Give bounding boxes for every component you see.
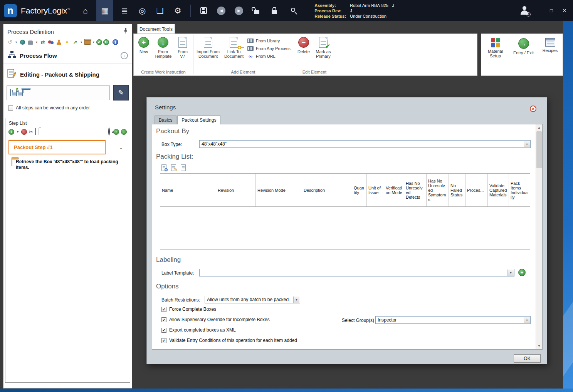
move-down-icon[interactable]: ↓ (121, 129, 127, 135)
checkbox-icon[interactable] (161, 328, 166, 333)
delete-work-instruction-icon[interactable] (22, 89, 23, 96)
from-any-process-button[interactable]: From Any Process (247, 45, 291, 52)
column-header[interactable]: Unit of Issue (367, 174, 384, 206)
entry-exit-button[interactable]: → Entry / Exit (513, 37, 535, 55)
tab-document-tools[interactable]: Document Tools (137, 24, 175, 34)
paste-icon[interactable] (38, 128, 39, 135)
packing-list-table[interactable]: Name Revision Revision Mode Description … (160, 173, 530, 250)
checkbox-icon[interactable] (161, 317, 166, 322)
import-item-icon[interactable]: → (179, 164, 187, 171)
batch-restrictions-dropdown[interactable]: Allow units from any batch to be packed … (205, 296, 300, 303)
user-account-icon[interactable]: ✕ (520, 6, 529, 15)
material-setup-button[interactable]: Material Setup (484, 37, 507, 58)
process-stack-icon[interactable]: ≣ (118, 3, 131, 18)
recipes-button[interactable]: Recipes (541, 37, 560, 53)
supervisory-override-option[interactable]: Allow Supervisory Override for Incomplet… (161, 317, 270, 322)
dialog-close-icon[interactable]: ✕ (530, 106, 536, 112)
refresh-icon[interactable]: ↻ (103, 39, 109, 45)
globe-icon[interactable] (19, 39, 26, 45)
force-complete-boxes-option[interactable]: Force Complete Boxes (161, 307, 216, 312)
info-icon[interactable]: ℹ (113, 39, 118, 45)
dropdown-arrow-icon[interactable]: ▼ (507, 270, 514, 276)
zoom-step-icon[interactable] (108, 128, 110, 135)
column-header[interactable]: Proces... (465, 174, 488, 206)
column-header[interactable]: Pack Items Individually (509, 174, 530, 206)
dropdown-arrow-icon[interactable]: ▼ (524, 141, 530, 147)
documents-icon[interactable]: ❏ (153, 3, 166, 18)
share-icon[interactable]: ↗ (72, 39, 79, 45)
navigator-icon[interactable]: ◎ (136, 3, 149, 18)
scroll-up-icon[interactable]: ▲ (536, 124, 542, 131)
import-template-icon[interactable]: ↥ (16, 89, 17, 96)
column-header[interactable]: Quantity (352, 174, 367, 206)
print-icon[interactable] (27, 39, 34, 45)
scroll-down-icon[interactable]: ▼ (536, 343, 542, 349)
step-list-item-selected[interactable]: Packout Step #1 (8, 140, 106, 154)
copy-icon[interactable] (35, 128, 36, 135)
dropdown-arrow-icon[interactable]: ▼ (293, 297, 299, 303)
move-up-icon[interactable]: ↑ (113, 129, 119, 135)
minimize-button[interactable]: – (534, 7, 542, 15)
delete-button[interactable]: − Delete (296, 36, 312, 54)
add-step-icon[interactable]: + (8, 129, 14, 135)
user-icon[interactable] (55, 39, 62, 45)
from-template-button[interactable]: ↓ From Template (153, 36, 173, 59)
import-from-document-button[interactable]: Import From Document (196, 36, 220, 59)
box-type-dropdown[interactable]: 48"x48"x48" ▼ (199, 140, 531, 148)
tab-packout-settings[interactable]: Packout Settings (177, 116, 220, 124)
view-order-option[interactable]: All steps can be viewed in any order (3, 101, 132, 112)
validate-icon[interactable]: ✔ (96, 39, 102, 45)
checkbox-icon[interactable] (8, 106, 13, 111)
select-groups-dropdown[interactable]: Inspector ▼ (375, 316, 531, 324)
column-header[interactable]: Has No Unresolved Defects (404, 174, 427, 206)
dropdown-caret-icon[interactable]: ▾ (80, 40, 83, 44)
validate-entry-conditions-option[interactable]: Validate Entry Conditions of this operat… (161, 338, 297, 343)
link-to-document-button[interactable]: Link To Document (222, 36, 246, 59)
from-v7-button[interactable]: From V7 (175, 36, 191, 59)
dropdown-caret-icon[interactable]: ▾ (15, 40, 18, 44)
column-header[interactable]: No Failed Status (449, 174, 465, 206)
save-icon[interactable] (197, 3, 210, 18)
tab-basics[interactable]: Basics (155, 116, 176, 124)
chevron-down-icon[interactable]: ⌄ (119, 145, 123, 150)
sync-icon[interactable]: ⇄ (39, 39, 46, 45)
column-header[interactable]: Has No Unresolved Symptoms (427, 174, 449, 206)
dropdown-caret-icon[interactable]: ▾ (92, 40, 95, 44)
find-part-icon[interactable] (160, 164, 168, 171)
lock-icon[interactable] (268, 3, 281, 18)
forward-icon[interactable]: ▶ (232, 3, 245, 18)
column-header[interactable]: Name (160, 174, 216, 206)
column-header[interactable]: Revision Mode (256, 174, 302, 206)
column-header[interactable]: Description (302, 174, 352, 206)
package-icon[interactable] (84, 39, 91, 45)
save-work-instruction-icon[interactable] (10, 89, 11, 96)
add-label-template-button[interactable]: + (518, 269, 526, 276)
wand-icon[interactable]: ✦ (64, 39, 71, 45)
vertical-scrollbar[interactable]: ▲ ▼ (536, 124, 542, 349)
from-url-button[interactable]: ∞ From URL (247, 53, 291, 59)
mark-as-primary-button[interactable]: ✔ Mark as Primary (313, 36, 333, 59)
users-icon[interactable] (47, 39, 54, 45)
home-icon[interactable]: ⌂ (79, 3, 92, 18)
packing-list-empty-body[interactable] (160, 207, 530, 249)
ok-button[interactable]: OK (514, 354, 541, 363)
dropdown-arrow-icon[interactable]: ▼ (524, 317, 530, 323)
close-button[interactable]: ✕ (561, 7, 568, 15)
export-xml-option[interactable]: Export completed boxes as XML (161, 327, 236, 333)
edit-work-instruction-button[interactable]: ✎ (113, 85, 129, 101)
column-header[interactable]: Validate Captured Materials (488, 174, 509, 206)
scrollbar-thumb[interactable] (536, 131, 542, 168)
from-library-button[interactable]: From Library (247, 37, 291, 44)
checkbox-icon[interactable] (161, 338, 166, 343)
new-button[interactable]: + New (136, 36, 151, 54)
label-template-dropdown[interactable]: ▼ (199, 269, 514, 276)
dropdown-caret-icon[interactable]: ▾ (16, 130, 19, 134)
cut-icon[interactable]: ✂ (29, 129, 33, 135)
pin-icon[interactable] (123, 28, 128, 35)
unlock-icon[interactable] (250, 3, 263, 18)
process-flow-section[interactable]: Process Flow ↓ (3, 47, 132, 64)
collapse-icon[interactable]: ↓ (121, 52, 128, 59)
audit-search-icon[interactable] (286, 3, 299, 18)
back-icon[interactable]: ◀ (215, 3, 228, 18)
step-description-row[interactable]: Retrieve the Box '48"x48"x48"' to load p… (5, 154, 130, 171)
